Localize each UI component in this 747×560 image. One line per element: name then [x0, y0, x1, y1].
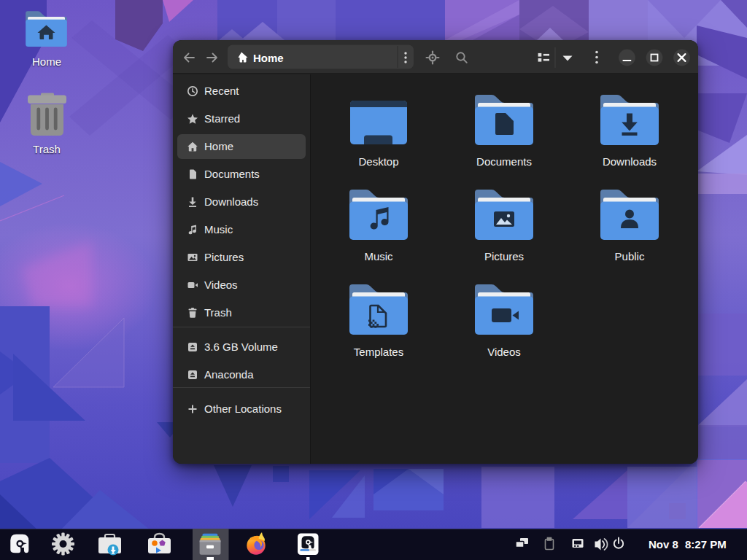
svg-text:Nov 8: Nov 8 — [649, 538, 678, 551]
svg-text:Home: Home — [253, 52, 284, 64]
svg-text:8:27 PM: 8:27 PM — [685, 538, 727, 551]
